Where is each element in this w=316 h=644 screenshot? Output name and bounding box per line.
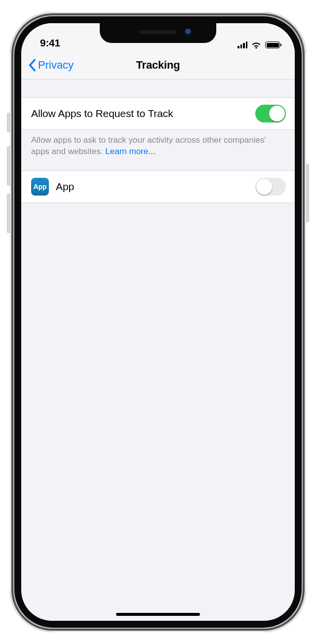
app-icon: App: [31, 178, 49, 196]
app-name: App: [56, 181, 248, 193]
page-title: Tracking: [136, 59, 180, 72]
allow-tracking-switch[interactable]: [255, 105, 286, 122]
back-label: Privacy: [38, 59, 74, 72]
allow-tracking-footer: Allow apps to ask to track your activity…: [21, 130, 295, 158]
app-tracking-switch[interactable]: [255, 178, 286, 196]
status-time: 9:41: [40, 37, 60, 49]
phone-frame: 9:41: [10, 12, 306, 632]
home-indicator[interactable]: [116, 613, 200, 616]
wifi-icon: [251, 41, 262, 49]
notch: [100, 23, 216, 43]
cellular-icon: [237, 41, 247, 48]
screen: 9:41: [21, 23, 295, 621]
learn-more-link[interactable]: Learn more...: [105, 147, 155, 156]
app-row: App App: [21, 170, 295, 203]
allow-tracking-row: Allow Apps to Request to Track: [21, 97, 295, 130]
allow-tracking-label: Allow Apps to Request to Track: [31, 108, 248, 120]
back-button[interactable]: Privacy: [28, 51, 74, 79]
chevron-left-icon: [28, 59, 36, 72]
power-button: [306, 164, 309, 222]
navigation-bar: Privacy Tracking: [21, 51, 295, 80]
battery-icon: [265, 41, 280, 48]
